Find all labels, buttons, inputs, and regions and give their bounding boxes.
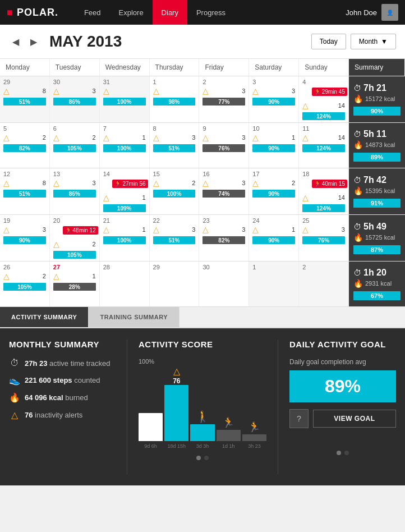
day-25[interactable]: 25 △3 76% (299, 215, 349, 261)
day-27[interactable]: 27 △1 28% (50, 262, 100, 306)
day-22[interactable]: 22 △3 51% (150, 215, 200, 261)
day-29-april[interactable]: 29 △8 51% (0, 76, 50, 122)
day-26[interactable]: 26 △2 105% (0, 262, 50, 306)
activity-triangle-icon: △ (153, 225, 159, 234)
activity-triangle-icon: △ (103, 225, 109, 234)
score-dots (139, 456, 266, 460)
header-summary: Summary (349, 59, 405, 76)
view-goal-button[interactable]: VIEW GOAL (313, 410, 396, 428)
day-12[interactable]: 12 △8 51% (0, 168, 50, 214)
run-badge: 🏃29min 45 (312, 88, 347, 96)
activity-triangle-icon: △ (103, 86, 109, 95)
bar-2-fill (164, 385, 188, 441)
bar-label-4: 1d 1h (217, 443, 241, 449)
activity-triangle-icon: △ (53, 86, 59, 95)
dot-2[interactable] (204, 456, 209, 460)
activity-triangle-icon: △ (3, 86, 10, 95)
day-9[interactable]: 9 △3 76% (199, 123, 249, 168)
bar-label-3: 3d 3h (190, 443, 214, 449)
walking-figure-icon: 🚶 (196, 410, 210, 423)
day-13[interactable]: 13 △3 86% (50, 168, 100, 214)
month-label: Month (359, 38, 378, 45)
active-time-item: ⏱ 27h 23 active time tracked (9, 358, 116, 368)
next-month-button[interactable]: ▶ (27, 35, 40, 48)
day-30-april[interactable]: 30 △3 86% (50, 76, 100, 122)
nav-explore[interactable]: Explore (110, 0, 153, 25)
day-16[interactable]: 16 △3 74% (199, 168, 249, 214)
day-24[interactable]: 24 △1 90% (249, 215, 299, 261)
header-sunday: Sunday (299, 59, 349, 76)
day-19[interactable]: 19 △3 90% (0, 215, 50, 261)
calendar-grid: Monday Tuesday Wednesday Thursday Friday… (0, 59, 405, 307)
day-20[interactable]: 20 🏃48min 12 △2 105% (50, 215, 100, 261)
goal-actions: ? VIEW GOAL (289, 409, 396, 428)
day-29-may[interactable]: 29 (150, 262, 200, 306)
day-8[interactable]: 8 △3 51% (150, 123, 200, 168)
nav-diary[interactable]: Diary (153, 0, 187, 25)
month-button[interactable]: Month ▼ (351, 34, 396, 49)
activity-triangle-icon: △ (302, 133, 309, 142)
day-7[interactable]: 7 △1 100% (100, 123, 150, 168)
activity-triangle-icon: △ (202, 86, 209, 95)
bar-2: △ 76 (164, 366, 188, 441)
username: John Doe (346, 8, 377, 17)
activity-triangle-icon: △ (3, 225, 10, 234)
tab-activity-summary[interactable]: ACTIVITY SUMMARY (0, 307, 89, 327)
day-28[interactable]: 28 (100, 262, 150, 306)
bar-label-2: 18d 15h (164, 443, 188, 449)
day-3[interactable]: 3 △3 90% (249, 76, 299, 122)
activity-triangle-icon: △ (153, 178, 159, 187)
activity-triangle-icon: △ (252, 225, 259, 234)
kcal-item: 🔥 64 096 kcal burned (9, 392, 116, 403)
day-23[interactable]: 23 △3 82% (199, 215, 249, 261)
prev-month-button[interactable]: ◀ (9, 35, 22, 48)
flame-icon: 🔥 (353, 94, 363, 103)
nav-feed[interactable]: Feed (75, 0, 110, 25)
day-31-may[interactable]: 31 △ 100% (100, 76, 150, 122)
activity-triangle-icon: △ (103, 133, 109, 142)
header-tuesday: Tuesday (50, 59, 100, 76)
tab-training-summary[interactable]: TRAINING SUMMARY (89, 307, 180, 327)
day-6[interactable]: 6 △2 105% (50, 123, 100, 168)
day-21[interactable]: 21 △1 100% (100, 215, 150, 261)
day-2-june[interactable]: 2 (299, 262, 349, 306)
day-1-june[interactable]: 1 (249, 262, 299, 306)
day-30-may[interactable]: 30 (199, 262, 249, 306)
day-18[interactable]: 18 🏃40min 15 △14 124% (299, 168, 349, 214)
day-1[interactable]: 1 △ 98% (150, 76, 200, 122)
activity-triangle-icon: △ (202, 225, 209, 234)
app-container: ■ POLAR. Feed Explore Diary Progress Joh… (0, 0, 405, 485)
goal-percent: 89% (289, 370, 396, 402)
activity-triangle-icon: △ (252, 178, 259, 187)
nav-progress[interactable]: Progress (187, 0, 234, 25)
question-button[interactable]: ? (289, 409, 309, 428)
dot-1[interactable] (196, 456, 201, 460)
day-15[interactable]: 15 △2 100% (150, 168, 200, 214)
calendar-header: ◀ ▶ MAY 2013 Today Month ▼ (0, 25, 405, 59)
week-row-1: 29 △8 51% 30 △3 86% 31 △ 100% 1 △ 98% 2 (0, 76, 405, 123)
week-1-summary: ⏱7h 21 🔥15172 kcal 90% (349, 76, 405, 122)
day-2[interactable]: 2 △3 77% (199, 76, 249, 122)
activity-triangle-icon: △ (153, 86, 159, 95)
bar-1-fill (139, 413, 163, 441)
avatar: 👤 (381, 4, 398, 21)
day-10[interactable]: 10 △1 90% (249, 123, 299, 168)
day-5[interactable]: 5 △2 82% (0, 123, 50, 168)
bar-4: 🏃 (217, 416, 241, 441)
goal-dot-1[interactable] (337, 451, 341, 455)
today-button[interactable]: Today (311, 34, 346, 49)
activity-chart: △ 76 🚶 🏃 🏃 (139, 368, 266, 441)
day-17[interactable]: 17 △2 90% (249, 168, 299, 214)
day-14[interactable]: 14 🏃27min 56 △1 109% (100, 168, 150, 214)
day-4[interactable]: 4 🏃29min 45 △14 124% (299, 76, 349, 122)
activity-triangle-icon: △ (53, 178, 59, 187)
clock-icon: ⏱ (353, 176, 361, 185)
user-section: John Doe 👤 (346, 4, 398, 21)
week-row-4: 19 △3 90% 20 🏃48min 12 △2 105% 21 △1 100… (0, 215, 405, 262)
header-thursday: Thursday (150, 59, 200, 76)
goal-dot-2[interactable] (344, 451, 349, 455)
activity-triangle-icon: △ (302, 225, 309, 234)
activity-triangle-icon: △ (53, 133, 59, 142)
day-11[interactable]: 11 △14 124% (299, 123, 349, 168)
score-value: 76 (173, 377, 180, 385)
